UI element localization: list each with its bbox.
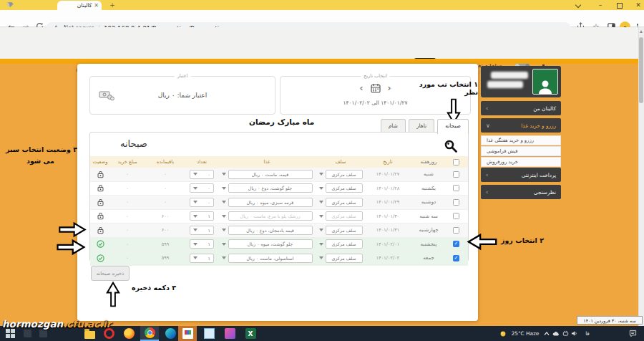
day-checkbox[interactable] — [453, 171, 459, 178]
self-caret-icon — [319, 187, 323, 190]
self-select[interactable]: سلف مرکزی — [326, 183, 363, 193]
remaining-value: ۶۰۰ — [145, 227, 186, 233]
day-checkbox[interactable] — [453, 241, 459, 247]
sidebar-item[interactable]: خرید روزفروش — [481, 157, 561, 167]
food-cell: زرشک پلو با مرغ، ماست ۰ ریال — [218, 211, 316, 221]
row-date: ۱۴۰۱/۰۱/۲۹ — [365, 199, 411, 205]
scrollbar-thumb[interactable] — [639, 37, 643, 103]
count-select[interactable]: ۱ — [190, 211, 214, 221]
language-indicator[interactable]: فا — [582, 326, 592, 341]
count-value: ۱ — [208, 241, 210, 246]
scrollbar-up-arrow[interactable] — [640, 30, 643, 33]
new-tab-button[interactable]: + — [109, 1, 116, 9]
browser-tab[interactable]: کالینان ✕ — [57, 1, 102, 10]
chevron-icon: ∨ — [486, 123, 490, 129]
chrome-icon-active[interactable] — [140, 326, 159, 341]
self-select[interactable]: سلف مرکزی — [326, 226, 363, 235]
sidebar-item[interactable]: ‹ نظرسنجی — [481, 185, 561, 199]
calendar-icon[interactable] — [371, 83, 381, 93]
sidebar-item[interactable]: فیش فراموشی — [481, 146, 561, 156]
count-select[interactable]: ۱ — [190, 226, 214, 235]
self-select[interactable]: سلف مرکزی — [326, 254, 363, 263]
status-cell — [90, 226, 110, 234]
prev-week-chevron[interactable]: ‹ — [360, 84, 364, 92]
meal-tab[interactable]: صبحانه — [437, 119, 469, 134]
count-select[interactable]: ۰ — [190, 183, 214, 193]
next-week-chevron[interactable]: › — [388, 84, 391, 92]
row-weekday: چهارشنبه — [411, 227, 447, 233]
count-select[interactable]: ۱ — [190, 239, 214, 249]
food-select[interactable]: قیمه بادمجان، دوغ ۰ ریال — [228, 226, 313, 235]
day-checkbox[interactable] — [453, 199, 459, 206]
checkbox-cell — [447, 171, 465, 178]
count-caret-icon — [193, 201, 197, 203]
self-select[interactable]: سلف مرکزی — [326, 211, 363, 221]
col-food: غذا — [218, 159, 316, 165]
food-select[interactable]: قرمه سبزی، میوه ۰ ریال — [228, 198, 313, 207]
day-checkbox[interactable] — [453, 185, 459, 191]
food-select[interactable]: قیمه، ماست ۰ ریال — [228, 170, 313, 179]
window-menu-chevron-icon[interactable] — [574, 1, 582, 9]
count-select[interactable]: ۰ — [190, 170, 214, 179]
food-select[interactable]: زرشک پلو با مرغ، ماست ۰ ریال — [228, 211, 313, 221]
photos-icon[interactable] — [201, 326, 217, 341]
save-breakfast-button[interactable]: ذخیره صبحانه — [91, 266, 130, 281]
day-checkbox[interactable] — [453, 255, 459, 261]
purchase-amount-value: ۰ — [110, 199, 145, 205]
food-select[interactable]: چلو گوشت، دوغ ۰ ریال — [228, 183, 313, 193]
sidebar-item[interactable]: ‹ پرداخت اینترنتی — [481, 168, 561, 182]
sidebar-item[interactable]: ∨ رزرو و خرید غذا — [481, 118, 561, 133]
annotation-step1: ۱ انتخاب تب مورد نظر — [406, 80, 478, 96]
edge-icon[interactable] — [162, 326, 178, 341]
paint-icon-active[interactable] — [178, 326, 197, 341]
row-date: ۱۴۰۱/۰۱/۲۸ — [365, 186, 411, 191]
meal-tab[interactable]: ناهار — [409, 119, 434, 133]
self-select[interactable]: سلف مرکزی — [326, 198, 363, 207]
row-date: ۱۴۰۱/۰۲/۰۲ — [365, 255, 411, 261]
app-header: سه شنبه ۳۰ فروردین ۱۴۰۱ سامانه تغذیه کال… — [0, 27, 644, 59]
meal-table-panel: صبحانه وضعیت مبلغ خرید باقیمانده تعداد غ… — [89, 132, 469, 261]
notification-center-icon[interactable] — [627, 326, 638, 341]
day-checkbox[interactable] — [453, 213, 459, 219]
purchase-amount-value: ۰ — [110, 227, 145, 233]
select-all-checkbox[interactable] — [453, 159, 459, 165]
self-caret-icon — [319, 173, 323, 176]
table-row: ۰ ۶۰۰ ۱ قیمه بادمجان، دوغ ۰ ریال سلف مرک… — [90, 224, 468, 238]
day-checkbox[interactable] — [453, 227, 459, 234]
row-weekday: پنجشنبه — [411, 241, 447, 247]
tab-close-icon[interactable]: ✕ — [94, 3, 99, 8]
col-date: تاریخ — [365, 159, 411, 165]
tray-expand-chevron-icon[interactable] — [542, 326, 551, 341]
sidebar-item[interactable]: ‹ کالینان من — [481, 101, 561, 115]
row-weekday: دوشنبه — [411, 199, 447, 205]
checkbox-cell — [447, 199, 465, 206]
weather-sun-icon[interactable] — [499, 326, 507, 341]
status-cell — [90, 240, 110, 248]
weather-text[interactable]: 25°C Haze — [509, 326, 542, 341]
user-avatar[interactable] — [532, 69, 558, 95]
lock-icon — [97, 226, 104, 234]
food-select[interactable]: استامبولی، ماست ۰ ریال — [228, 254, 313, 263]
speaker-icon[interactable] — [570, 326, 578, 341]
food-select[interactable]: چلو گوشت، میوه ۰ ریال — [228, 239, 313, 249]
onedrive-cloud-icon[interactable] — [552, 326, 560, 341]
window-close-button[interactable]: ✕ — [634, 1, 643, 9]
excel-icon[interactable]: X — [243, 326, 258, 341]
self-cell: سلف مرکزی — [316, 239, 365, 249]
firefox-icon[interactable] — [121, 326, 137, 341]
count-cell: ۱ — [186, 211, 218, 221]
paint3d-icon[interactable] — [222, 326, 238, 341]
meal-tab[interactable]: شام — [381, 119, 406, 133]
self-select[interactable]: سلف مرکزی — [326, 239, 363, 249]
count-select[interactable]: ۱ — [190, 254, 214, 263]
count-cell: ۰ — [186, 170, 218, 179]
plugged-power-icon[interactable] — [561, 326, 570, 341]
window-minimize-button[interactable]: – — [596, 1, 605, 9]
search-icon[interactable] — [444, 139, 458, 153]
sidebar-item[interactable]: رزرو و خرید هفتگی غذا — [481, 135, 561, 145]
self-select[interactable]: سلف مرکزی — [326, 170, 363, 179]
self-cell: سلف مرکزی — [316, 211, 365, 221]
count-select[interactable]: ۰ — [190, 198, 214, 207]
purchase-amount-value: ۰ — [110, 241, 145, 247]
window-maximize-button[interactable] — [615, 1, 624, 9]
